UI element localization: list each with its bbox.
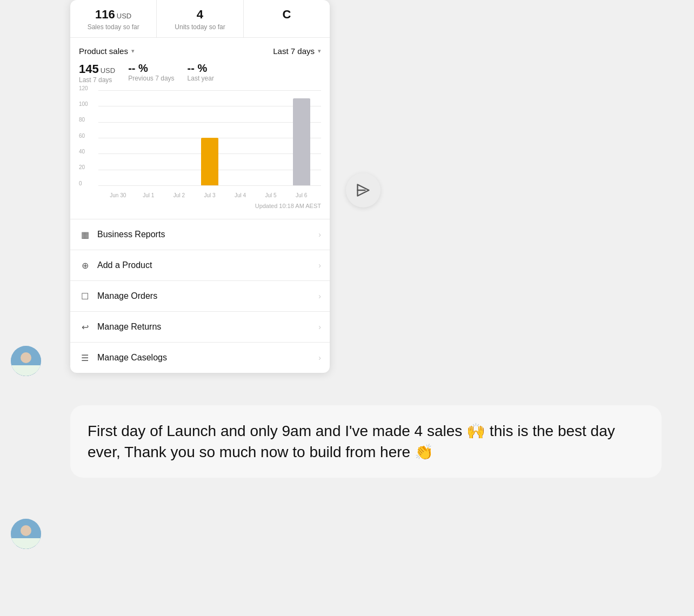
avatar-2 [11, 519, 41, 549]
chart-period-chevron-icon: ▾ [318, 48, 321, 55]
chart-pct1-sub: Previous 7 days [128, 75, 174, 82]
y-axis-label: 60 [79, 132, 85, 138]
y-axis-label: 80 [79, 117, 85, 123]
sales-label: Sales today so far [79, 23, 148, 31]
avatar-1 [11, 346, 41, 376]
menu-item-chevron-icon: › [318, 230, 321, 239]
menu-item-label-manage-caselogs: Manage Caselogs [97, 353, 318, 363]
chart-title-chevron-icon: ▾ [131, 48, 135, 55]
svg-rect-9 [11, 538, 41, 549]
menu-item-icon-manage-returns: ↩ [79, 321, 91, 333]
x-axis-label: Jul 1 [140, 192, 157, 198]
x-axis-label: Jul 2 [170, 192, 188, 198]
chart-period-dropdown[interactable]: Last 7 days ▾ [273, 46, 321, 56]
bar-column [293, 98, 310, 185]
menu-item-manage-caselogs[interactable]: ☰ Manage Caselogs › [70, 343, 330, 373]
x-axis-label: Jul 6 [293, 192, 310, 198]
chart-pct1-stat: -- % Previous 7 days [128, 62, 174, 84]
chart-header: Product sales ▾ Last 7 days ▾ [79, 46, 321, 56]
chart-title-dropdown[interactable]: Product sales ▾ [79, 46, 135, 56]
sales-value: 116USD [79, 8, 148, 22]
units-number: 4 [197, 8, 203, 21]
chart-bar [201, 138, 218, 185]
menu-item-label-business-reports: Business Reports [97, 230, 318, 239]
menu-item-chevron-icon: › [318, 353, 321, 362]
chat-message: First day of Launch and only 9am and I'v… [88, 420, 644, 463]
send-button[interactable] [346, 173, 381, 207]
y-axis-label: 20 [79, 164, 85, 170]
third-value: C [252, 8, 321, 22]
x-axis-label: Jul 4 [232, 192, 249, 198]
app-card: 116USD Sales today so far 4 Units today … [70, 0, 330, 373]
sales-stat: 116USD Sales today so far [70, 0, 157, 37]
chart-pct1-value: -- % [128, 62, 174, 75]
svg-rect-5 [11, 365, 41, 376]
chart-main-value: 145USD [79, 62, 115, 76]
chart-stats: 145USD Last 7 days -- % Previous 7 days … [79, 62, 321, 84]
menu-item-manage-returns[interactable]: ↩ Manage Returns › [70, 312, 330, 343]
chart-title: Product sales [79, 46, 128, 56]
chat-bubble: First day of Launch and only 9am and I'v… [70, 405, 662, 478]
send-icon [356, 183, 371, 198]
menu-item-manage-orders[interactable]: ☐ Manage Orders › [70, 281, 330, 312]
avatar-image-1 [11, 346, 41, 376]
chart-period: Last 7 days [273, 46, 315, 56]
chart-pct2-stat: -- % Last year [188, 62, 214, 84]
chart-main-stat: 145USD Last 7 days [79, 62, 115, 84]
menu-item-chevron-icon: › [318, 292, 321, 300]
sales-number: 116 [95, 8, 115, 21]
menu-item-add-product[interactable]: ⊕ Add a Product › [70, 250, 330, 281]
y-axis-label: 0 [79, 180, 82, 186]
menu-item-label-add-product: Add a Product [97, 260, 318, 270]
chart-section: Product sales ▾ Last 7 days ▾ 145USD Las… [70, 38, 330, 219]
y-axis-label: 40 [79, 148, 85, 154]
menu-item-icon-business-reports: ▦ [79, 229, 91, 240]
x-axis-label: Jul 5 [262, 192, 279, 198]
bar-column [201, 138, 218, 185]
svg-point-3 [21, 352, 31, 363]
chart-pct2-sub: Last year [188, 75, 214, 82]
menu-item-business-reports[interactable]: ▦ Business Reports › [70, 219, 330, 250]
units-stat: 4 Units today so far [157, 0, 243, 37]
chart-main-sublabel: Last 7 days [79, 76, 115, 84]
menu-item-label-manage-orders: Manage Orders [97, 291, 318, 301]
chart-updated-label: Updated 10:18 AM AEST [79, 200, 321, 215]
units-label: Units today so far [165, 23, 234, 31]
units-value: 4 [165, 8, 234, 22]
x-axis-label: Jul 3 [201, 192, 218, 198]
bar-chart: 120100806040200 Jun 30Jul 1Jul 2Jul 3Jul… [79, 90, 321, 198]
svg-point-7 [21, 525, 31, 536]
chart-pct2-value: -- % [188, 62, 214, 75]
y-axis-label: 100 [79, 101, 88, 106]
menu-item-chevron-icon: › [318, 261, 321, 270]
menu-item-icon-manage-caselogs: ☰ [79, 352, 91, 364]
bars-area [98, 90, 321, 185]
grid-line: 0 [98, 185, 321, 186]
menu-item-chevron-icon: › [318, 323, 321, 331]
chart-bar [293, 98, 310, 185]
menu-item-label-manage-returns: Manage Returns [97, 322, 318, 332]
y-axis-label: 120 [79, 85, 88, 91]
x-axis-label: Jun 30 [109, 192, 126, 198]
menu-item-icon-manage-orders: ☐ [79, 290, 91, 302]
x-axis-labels: Jun 30Jul 1Jul 2Jul 3Jul 4Jul 5Jul 6 [98, 192, 321, 198]
third-stat: C [244, 0, 330, 37]
menu-item-icon-add-product: ⊕ [79, 259, 91, 271]
avatar-image-2 [11, 519, 41, 549]
sales-currency: USD [117, 12, 131, 20]
menu-list: ▦ Business Reports › ⊕ Add a Product › ☐… [70, 219, 330, 373]
stats-bar: 116USD Sales today so far 4 Units today … [70, 0, 330, 38]
